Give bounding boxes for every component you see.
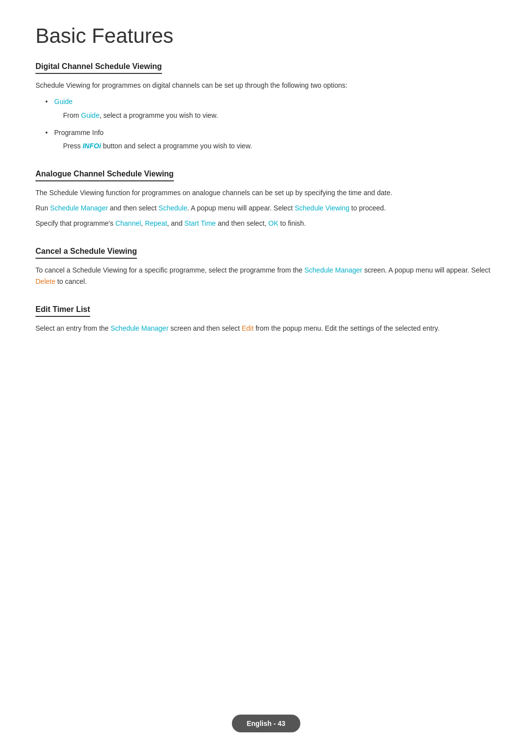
analogue-line2-mid1: and then select	[108, 204, 159, 212]
repeat-link[interactable]: Repeat	[145, 219, 167, 227]
analogue-line2-end: to proceed.	[349, 204, 386, 212]
analogue-line3: Specify that programme's Channel, Repeat…	[35, 218, 497, 229]
schedule-manager-link-1[interactable]: Schedule Manager	[50, 204, 108, 212]
bullet-item-guide: Guide From Guide, select a programme you…	[45, 96, 497, 121]
section-analogue-channel: Analogue Channel Schedule Viewing The Sc…	[35, 170, 497, 229]
section-digital-channel: Digital Channel Schedule Viewing Schedul…	[35, 62, 497, 151]
analogue-line2-pre: Run	[35, 204, 50, 212]
analogue-line3-mid2: , and	[167, 219, 184, 227]
section-heading-cancel: Cancel a Schedule Viewing	[35, 247, 137, 259]
section-heading-analogue: Analogue Channel Schedule Viewing	[35, 170, 174, 181]
analogue-line1: The Schedule Viewing function for progra…	[35, 187, 497, 199]
digital-bullet-list: Guide From Guide, select a programme you…	[45, 96, 497, 151]
schedule-manager-link-2[interactable]: Schedule Manager	[304, 266, 363, 274]
delete-link[interactable]: Delete	[35, 277, 55, 285]
info-button-label: INFOi	[83, 142, 101, 150]
analogue-line3-pre: Specify that programme's	[35, 219, 115, 227]
edit-timer-pre: Select an entry from the	[35, 324, 111, 332]
edit-timer-end: from the popup menu. Edit the settings o…	[254, 324, 439, 332]
guide-link-inline[interactable]: Guide	[81, 111, 100, 119]
cancel-pre: To cancel a Schedule Viewing for a speci…	[35, 266, 304, 274]
section-heading-digital: Digital Channel Schedule Viewing	[35, 62, 162, 74]
analogue-line2-mid2: . A popup menu will appear. Select	[187, 204, 295, 212]
analogue-line2: Run Schedule Manager and then select Sch…	[35, 203, 497, 214]
edit-timer-line1: Select an entry from the Schedule Manage…	[35, 323, 497, 334]
analogue-line3-end: to finish.	[278, 219, 306, 227]
guide-link[interactable]: Guide	[54, 98, 72, 105]
cancel-schedule-line1: To cancel a Schedule Viewing for a speci…	[35, 265, 497, 287]
schedule-link-1[interactable]: Schedule	[159, 204, 187, 212]
ok-link[interactable]: OK	[268, 219, 278, 227]
page-title: Basic Features	[35, 24, 497, 48]
edit-link[interactable]: Edit	[242, 324, 254, 332]
schedule-viewing-link-1[interactable]: Schedule Viewing	[295, 204, 349, 212]
programme-info-label: Programme Info	[54, 129, 103, 137]
channel-link[interactable]: Channel	[115, 219, 141, 227]
edit-timer-mid: screen and then select	[168, 324, 242, 332]
programme-info-sub-text: Press INFOi button and select a programm…	[63, 140, 497, 152]
section-edit-timer: Edit Timer List Select an entry from the…	[35, 305, 497, 334]
start-time-link[interactable]: Start Time	[184, 219, 216, 227]
schedule-manager-link-3[interactable]: Schedule Manager	[111, 324, 169, 332]
analogue-line3-mid3: and then select,	[216, 219, 268, 227]
section-cancel-schedule: Cancel a Schedule Viewing To cancel a Sc…	[35, 247, 497, 287]
digital-intro-text: Schedule Viewing for programmes on digit…	[35, 80, 497, 91]
section-heading-edit-timer: Edit Timer List	[35, 305, 90, 317]
analogue-line3-mid1: ,	[141, 219, 145, 227]
bullet-item-programme-info: Programme Info Press INFOi button and se…	[45, 127, 497, 152]
cancel-mid: screen. A popup menu will appear. Select	[363, 266, 491, 274]
guide-sub-text: From Guide, select a programme you wish …	[63, 110, 497, 121]
cancel-end: to cancel.	[55, 277, 87, 285]
footer-page-badge: English - 43	[232, 715, 300, 732]
